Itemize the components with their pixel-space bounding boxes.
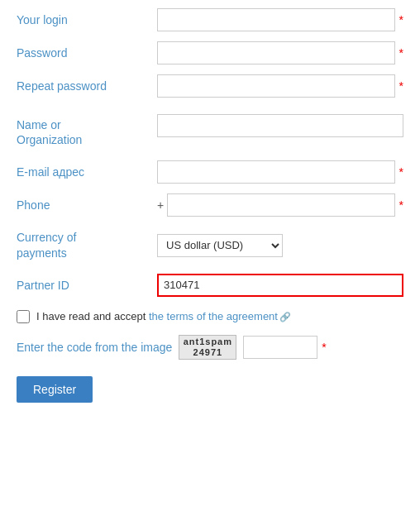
terms-external-icon: 🔗 (279, 312, 291, 322)
terms-checkbox[interactable] (17, 310, 30, 323)
repeat-password-label: Repeat password (17, 79, 157, 93)
terms-link[interactable]: the terms of the agreement (149, 310, 278, 322)
terms-row: I have read and accept the terms of the … (17, 310, 403, 323)
captcha-row: Enter the code from the image ant1spam24… (17, 335, 403, 360)
name-row: Name or Organization (17, 111, 403, 147)
partner-id-field-wrap (157, 274, 403, 297)
email-label: E-mail адрес (17, 165, 157, 179)
name-field-wrap (157, 114, 403, 137)
email-input[interactable] (157, 160, 395, 184)
repeat-password-field-wrap: * (157, 74, 403, 98)
repeat-password-row: Repeat password * (17, 74, 403, 98)
password-row: Password * (17, 41, 403, 64)
captcha-image: ant1spam24971 (179, 335, 236, 360)
captcha-required: * (322, 341, 326, 354)
login-required: * (399, 13, 403, 26)
repeat-password-input[interactable] (157, 74, 395, 98)
partner-id-row: Partner ID (17, 274, 403, 297)
login-label: Your login (17, 12, 157, 27)
phone-prefix: + (157, 198, 164, 212)
login-input[interactable] (157, 8, 395, 31)
partner-id-input[interactable] (157, 274, 403, 297)
captcha-text: ant1spam24971 (184, 337, 232, 358)
login-row: Your login * (17, 8, 403, 31)
register-button[interactable]: Register (17, 376, 93, 403)
email-row: E-mail адрес * (17, 160, 403, 184)
email-required: * (399, 165, 403, 179)
phone-field-wrap: + * (157, 193, 403, 217)
phone-row: Phone + * (17, 193, 403, 217)
terms-label: I have read and accept the terms of the … (36, 310, 291, 322)
currency-row: Currency of payments US dollar (USD) Eur… (17, 230, 403, 260)
email-field-wrap: * (157, 160, 403, 184)
captcha-label: Enter the code from the image (17, 341, 172, 354)
captcha-input[interactable] (243, 336, 317, 359)
repeat-password-required: * (399, 79, 403, 93)
name-label: Name or Organization (17, 114, 157, 147)
currency-label: Currency of payments (17, 230, 157, 260)
register-button-wrap: Register (17, 373, 403, 403)
password-field-wrap: * (157, 41, 403, 64)
partner-id-label: Partner ID (17, 278, 157, 293)
phone-label: Phone (17, 198, 157, 212)
phone-input[interactable] (167, 193, 394, 217)
password-required: * (399, 46, 403, 60)
name-input[interactable] (157, 114, 403, 137)
login-field-wrap: * (157, 8, 403, 31)
password-input[interactable] (157, 41, 395, 64)
password-label: Password (17, 45, 157, 60)
currency-select[interactable]: US dollar (USD) Euro (EUR) British Pound… (157, 234, 283, 257)
phone-required: * (399, 198, 403, 212)
currency-field-wrap: US dollar (USD) Euro (EUR) British Pound… (157, 234, 403, 257)
